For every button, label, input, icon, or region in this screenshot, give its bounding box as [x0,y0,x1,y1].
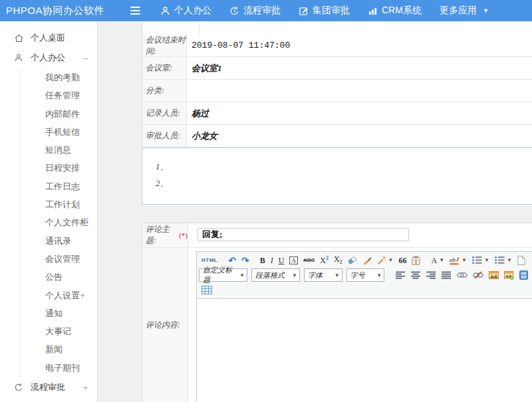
comment-subject-input[interactable] [198,228,409,241]
meeting-detail-table: 会议结束时间:2019-08-07 11:47:00会议室:会议室1分类:记录人… [142,35,532,148]
sidebar-item-news[interactable]: 新闻 [21,340,97,358]
bold-icon[interactable]: B [258,254,267,266]
chevron-down-icon[interactable]: ▼ [483,7,489,14]
paste-as-text-icon[interactable]: T [410,254,422,266]
subscript-icon[interactable]: X2 [332,254,344,266]
required-mark: (*) [179,231,188,239]
sidebar-item-e-journal[interactable]: 电子期刊 [21,359,97,377]
note-line: 1、 [156,158,532,175]
link-icon[interactable] [455,269,469,281]
sidebar-item-major-events[interactable]: 大事记 [21,322,97,340]
person-icon [14,53,25,62]
rich-text-editor: HTML↶↷BIUAABCX2X2▼66TA▼ab▼▼▼ 自定义标题▼段落格式▼… [196,251,532,402]
sidebar-item-my-attendance[interactable]: 我的考勤 [21,68,97,86]
top-nav: 个人办公 流程审批 集团审批 CRM系统 [160,5,489,17]
collapse-icon[interactable]: – [83,53,88,63]
font-size-select[interactable]: 字号▼ [346,268,385,282]
sidebar-item-notice[interactable]: 通知 [21,304,97,322]
form-row-meeting-end-time: 会议结束时间:2019-08-07 11:47:00 [142,35,532,57]
sidebar-item-personal-settings[interactable]: 个人设置+ [21,286,97,304]
image-icon[interactable] [487,269,501,281]
sidebar-item-meeting-management[interactable]: 会议管理 [21,250,97,268]
expand-icon[interactable]: + [82,383,88,393]
comment-subject-row: 评论主题: (*) [142,223,532,248]
insert-image-icon[interactable] [502,269,516,281]
sidebar-item-task-management[interactable]: 任务管理 [21,86,97,104]
expand-icon[interactable]: + [80,286,85,304]
form-row-category: 分类: [142,80,532,102]
chevron-down-icon: ▼ [239,272,245,278]
align-center-icon[interactable] [409,269,423,281]
font-color-icon[interactable]: A▼ [429,254,446,266]
chevron-down-icon: ▼ [388,257,394,263]
sidebar-item-internal-mail[interactable]: 内部邮件 [21,105,97,123]
unlink-icon[interactable] [471,269,485,281]
comment-subject-value-cell [188,223,532,247]
sidebar-item-contacts[interactable]: 通讯录 [21,232,97,250]
italic-icon[interactable]: I [269,254,275,266]
note-line: 2、 [156,175,532,191]
nav-more-apps[interactable]: 更多应用 [440,5,477,17]
highlight-color-icon[interactable]: ab▼ [448,254,469,266]
form-row-approver-value: 小龙女 [187,125,532,147]
align-right-icon[interactable] [424,269,438,281]
top-navigation-bar: PHPOA协同办公软件 个人办公 流程审批 集团审批 [0,0,532,21]
flow-icon [229,6,239,16]
editor-content-area[interactable] [197,299,532,402]
sidebar-item-personal-files[interactable]: 个人文件柜 [21,213,97,231]
form-row-approver-label: 审批人员: [142,125,187,147]
person-icon [160,6,170,16]
sidebar-item-personal-desktop[interactable]: 个人桌面 [0,28,97,48]
sidebar-item-work-diary[interactable]: 工作日志 [21,177,97,195]
hamburger-menu-icon[interactable] [128,4,143,17]
blockquote-icon[interactable]: 66 [396,254,408,266]
ordered-list-icon[interactable]: ▼ [470,254,491,266]
nav-personal-office[interactable]: 个人办公 [160,5,211,17]
font-family-select[interactable]: 字体▼ [304,268,342,282]
chevron-down-icon: ▼ [376,272,382,278]
comment-content-value-cell: HTML↶↷BIUAABCX2X2▼66TA▼ab▼▼▼ 自定义标题▼段落格式▼… [188,248,532,402]
paragraph-format-select[interactable]: 段落格式▼ [251,268,300,282]
media-icon[interactable] [517,269,530,281]
sidebar-item-short-message[interactable]: 短消息 [21,141,97,159]
app-logo: PHPOA协同办公软件 [0,5,128,17]
chevron-down-icon: ▼ [292,272,297,278]
underline-icon[interactable]: U [277,254,287,266]
eraser-icon[interactable] [346,254,359,266]
sidebar-item-flow-approval[interactable]: 流程审批 + [0,377,97,397]
nav-flow-approval[interactable]: 流程审批 [229,5,281,17]
svg-text:T: T [415,258,418,264]
strikethrough-icon[interactable]: ABC [301,254,317,266]
meeting-notes-box: 1、2、 [142,148,532,205]
form-row-recorder-label: 记录人员: [142,102,187,124]
align-left-icon[interactable] [394,269,408,281]
sidebar-item-work-plan[interactable]: 工作计划 [21,195,97,213]
html-source-button[interactable]: HTML [200,254,219,266]
comment-form-table: 评论主题: (*) 评论内容: HTML↶↷BIUAABCX2X2▼66TA▼a… [142,223,532,402]
nav-crm-system[interactable]: CRM系统 [368,5,422,17]
form-row-recorder: 记录人员:杨过 [142,102,532,125]
sidebar-item-personal-office[interactable]: 个人办公 – [0,48,97,68]
superscript-icon[interactable]: X2 [318,254,331,266]
chevron-down-icon: ▼ [484,257,489,263]
table-icon[interactable] [200,284,214,296]
sidebar-item-announcement[interactable]: 公告 [21,268,97,286]
sidebar-item-mobile-sms[interactable]: 手机短信 [21,123,97,141]
form-row-category-label: 分类: [142,80,187,102]
home-icon [14,33,25,43]
format-brush-icon[interactable] [360,254,374,266]
remove-format-icon[interactable]: A [287,254,300,266]
align-justify-icon[interactable] [440,269,454,281]
chevron-down-icon: ▼ [439,257,444,263]
new-page-icon[interactable] [515,254,527,266]
unordered-list-icon[interactable]: ▼ [493,254,514,266]
undo-icon[interactable]: ↶ [226,254,238,266]
sidebar-item-schedule[interactable]: 日程安排 [21,159,97,177]
form-row-meeting-room-value: 会议室1 [187,57,532,79]
nav-group-approval[interactable]: 集团审批 [299,5,350,17]
color-wand-icon[interactable]: ▼ [375,254,396,266]
redo-icon[interactable]: ↷ [239,254,251,266]
chevron-down-icon: ▼ [462,257,467,263]
main-content: 会议结束时间:2019-08-07 11:47:00会议室:会议室1分类:记录人… [98,21,532,402]
custom-heading-select[interactable]: 自定义标题▼ [199,268,247,282]
